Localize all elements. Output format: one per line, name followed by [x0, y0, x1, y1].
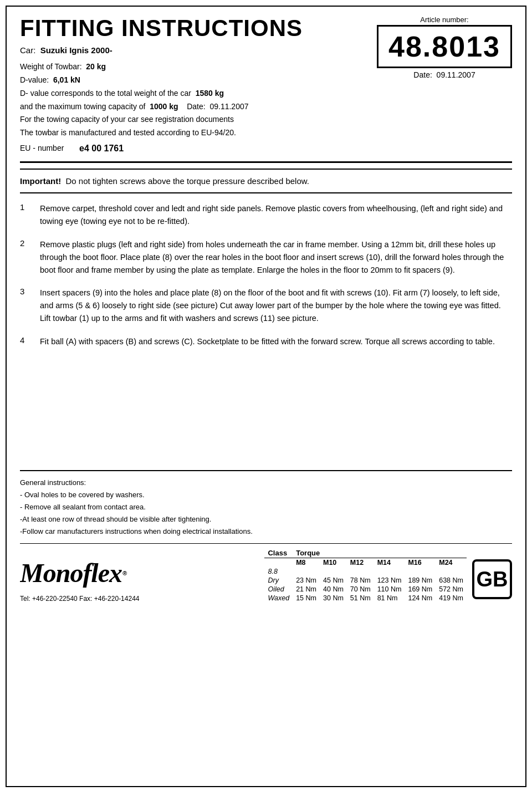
torque-dry-m10: 45 Nm [320, 576, 347, 585]
torque-waxed-m24: 419 Nm [436, 594, 467, 603]
car-line: Car: Suzuki Ignis 2000- [20, 45, 377, 55]
torque-dry-m8: 23 Nm [293, 576, 320, 585]
important-notice: Important! Do not tighten screws above t… [20, 176, 512, 186]
instruction-item-4: 4 Fit ball (A) with spacers (B) and scre… [20, 335, 512, 348]
important-section: Important! Do not tighten screws above t… [20, 169, 512, 193]
weight-label: Weight of Towbar: [20, 62, 82, 71]
specs-block: Weight of Towbar: 20 kg D-value: 6,01 kN… [20, 60, 377, 156]
general-instruction-4: -Follow car manufacturers instructions w… [20, 525, 512, 538]
general-instruction-1: - Oval holes to be covered by washers. [20, 489, 512, 501]
footer-section: General instructions: - Oval holes to be… [20, 470, 512, 603]
torque-blank-header [264, 558, 293, 568]
instruction-text-4: Fit ball (A) with spacers (B) and screws… [40, 335, 512, 348]
car-value: Suzuki Ignis 2000- [40, 45, 112, 55]
torque-m24-header: M24 [436, 558, 467, 568]
date-label: Date: [187, 102, 205, 111]
torque-table-header-row: Class Torque [264, 548, 467, 558]
torque-dry-m24: 638 Nm [436, 576, 467, 585]
torque-row-class: 8.8 [264, 567, 467, 576]
max-towing-label: and the maximum towing capacity of [20, 102, 145, 111]
instructions-list: 1 Remove carpet, threshold cover and led… [20, 202, 512, 348]
car-label: Car: [20, 45, 35, 55]
general-instructions: General instructions: - Oval holes to be… [20, 477, 512, 538]
instruction-text-1: Remove carpet, threshold cover and ledt … [40, 202, 512, 228]
max-towing-line: and the maximum towing capacity of 1000 … [20, 100, 377, 114]
header-date-value: 09.11.2007 [437, 70, 475, 79]
torque-m12-header: M12 [347, 558, 374, 568]
important-text: Do not tighten screws above the torque p… [66, 176, 309, 186]
torque-col-class: Class [264, 548, 293, 558]
header-date: Date: 09.11.2007 [377, 70, 512, 79]
torque-label: Torque [293, 548, 467, 558]
instruction-text-3: Insert spacers (9) into the holes and pl… [40, 287, 512, 325]
torque-table-section: Class Torque M8 M10 M12 M14 M16 M24 [253, 548, 467, 603]
torque-dry-label: Dry [264, 576, 293, 585]
torque-oiled-m24: 572 Nm [436, 585, 467, 594]
svg-text:Monoflex: Monoflex [20, 558, 122, 588]
instruction-item-2: 2 Remove plastic plugs (left and right s… [20, 238, 512, 277]
article-label: Article number: [377, 16, 512, 24]
date-value: 09.11.2007 [209, 102, 248, 111]
content-spacer [20, 359, 512, 470]
monoflex-logo-svg: Monoflex ® [20, 554, 131, 588]
d-value-line: D-value: 6,01 kN [20, 74, 377, 87]
d-value-label: D-value: [20, 75, 49, 84]
instruction-item-3: 3 Insert spacers (9) into the holes and … [20, 287, 512, 325]
header-right: Article number: 48.8013 Date: 09.11.2007 [377, 16, 512, 79]
eu-number-line: EU - number e4 00 1761 [20, 141, 377, 156]
eu-number-value: e4 00 1761 [79, 141, 124, 156]
general-instructions-title: General instructions: [20, 477, 512, 489]
instruction-number-4: 4 [20, 335, 40, 345]
torque-table: Class Torque M8 M10 M12 M14 M16 M24 [264, 548, 467, 603]
header: FITTING INSTRUCTIONS Car: Suzuki Ignis 2… [20, 16, 512, 163]
max-towing-value: 1000 kg [150, 102, 178, 111]
svg-text:®: ® [122, 570, 127, 576]
d-value-desc: D- value corresponds to the total weight… [20, 89, 191, 98]
instruction-text-2: Remove plastic plugs (left and right sid… [40, 238, 512, 277]
header-date-label: Date: [413, 70, 432, 79]
eu-standard-note: The towbar is manufactured and tested ac… [20, 126, 377, 140]
torque-col-headers: M8 M10 M12 M14 M16 M24 [264, 558, 467, 568]
torque-oiled-m12: 70 Nm [347, 585, 374, 594]
torque-row-oiled: Oiled 21 Nm 40 Nm 70 Nm 110 Nm 169 Nm 57… [264, 585, 467, 594]
document-page: FITTING INSTRUCTIONS Car: Suzuki Ignis 2… [6, 6, 526, 787]
instruction-item-1: 1 Remove carpet, threshold cover and led… [20, 202, 512, 228]
torque-row-waxed: Waxed 15 Nm 30 Nm 51 Nm 81 Nm 124 Nm 419… [264, 594, 467, 603]
weight-value: 20 kg [86, 62, 106, 71]
d-value-desc-line: D- value corresponds to the total weight… [20, 87, 377, 100]
torque-wrapper: Class Torque M8 M10 M12 M14 M16 M24 [253, 548, 512, 603]
torque-oiled-m8: 21 Nm [293, 585, 320, 594]
logo-section: Monoflex ® Tel: +46-220-22540 Fax: +46-2… [20, 554, 253, 603]
torque-oiled-label: Oiled [264, 585, 293, 594]
torque-m16-header: M16 [405, 558, 436, 568]
torque-oiled-m10: 40 Nm [320, 585, 347, 594]
torque-class-label: 8.8 [264, 567, 293, 576]
torque-oiled-m14: 110 Nm [374, 585, 405, 594]
d-value-value: 6,01 kN [53, 75, 80, 84]
torque-waxed-m8: 15 Nm [293, 594, 320, 603]
torque-m8-header: M8 [293, 558, 320, 568]
eu-number-label: EU - number [20, 142, 64, 155]
article-number: 48.8013 [377, 25, 512, 68]
torque-dry-m14: 123 Nm [374, 576, 405, 585]
weight-line: Weight of Towbar: 20 kg [20, 60, 377, 74]
torque-row-dry: Dry 23 Nm 45 Nm 78 Nm 123 Nm 189 Nm 638 … [264, 576, 467, 585]
torque-dry-m12: 78 Nm [347, 576, 374, 585]
footer-bottom: Monoflex ® Tel: +46-220-22540 Fax: +46-2… [20, 543, 512, 603]
torque-dry-m16: 189 Nm [405, 576, 436, 585]
gb-badge: GB [472, 559, 512, 599]
registration-note: For the towing capacity of your car see … [20, 113, 377, 126]
torque-class-empty [293, 567, 467, 576]
general-instruction-2: - Remove all sealant from contact area. [20, 501, 512, 513]
torque-waxed-m16: 124 Nm [405, 594, 436, 603]
instruction-number-1: 1 [20, 202, 40, 212]
gb-section: GB [467, 559, 512, 603]
main-title: FITTING INSTRUCTIONS [20, 16, 377, 41]
general-instruction-3: -At least one row of thread should be vi… [20, 513, 512, 525]
logo-monoflex: Monoflex ® [20, 554, 253, 593]
torque-waxed-m12: 51 Nm [347, 594, 374, 603]
contact-info: Tel: +46-220-22540 Fax: +46-220-14244 [20, 595, 253, 603]
instruction-number-2: 2 [20, 238, 40, 248]
torque-m10-header: M10 [320, 558, 347, 568]
torque-waxed-m10: 30 Nm [320, 594, 347, 603]
